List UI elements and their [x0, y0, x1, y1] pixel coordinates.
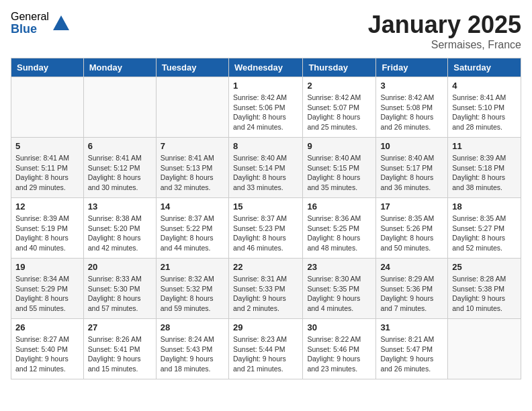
day-info: Sunrise: 8:42 AMSunset: 5:08 PMDaylight:… — [380, 93, 443, 132]
calendar-week-row: 19Sunrise: 8:34 AMSunset: 5:29 PMDayligh… — [11, 259, 521, 319]
weekday-header: Saturday — [448, 58, 521, 77]
day-info: Sunrise: 8:42 AMSunset: 5:06 PMDaylight:… — [233, 93, 298, 132]
day-info: Sunrise: 8:30 AMSunset: 5:35 PMDaylight:… — [307, 274, 371, 314]
calendar-table: SundayMondayTuesdayWednesdayThursdayFrid… — [11, 58, 521, 379]
calendar-cell: 14Sunrise: 8:37 AMSunset: 5:22 PMDayligh… — [156, 198, 228, 259]
day-info: Sunrise: 8:36 AMSunset: 5:25 PMDaylight:… — [307, 214, 371, 253]
calendar-cell: 15Sunrise: 8:37 AMSunset: 5:23 PMDayligh… — [228, 198, 302, 259]
page-header: General Blue January 2025 Sermaises, Fra… — [11, 11, 521, 51]
calendar-cell: 29Sunrise: 8:23 AMSunset: 5:44 PMDayligh… — [228, 319, 302, 379]
calendar-cell: 28Sunrise: 8:24 AMSunset: 5:43 PMDayligh… — [156, 319, 228, 379]
calendar-cell: 23Sunrise: 8:30 AMSunset: 5:35 PMDayligh… — [303, 259, 376, 319]
day-info: Sunrise: 8:35 AMSunset: 5:27 PMDaylight:… — [452, 214, 517, 253]
calendar-cell: 22Sunrise: 8:31 AMSunset: 5:33 PMDayligh… — [228, 259, 302, 319]
day-info: Sunrise: 8:23 AMSunset: 5:44 PMDaylight:… — [233, 334, 298, 374]
calendar-cell: 20Sunrise: 8:33 AMSunset: 5:30 PMDayligh… — [83, 259, 156, 319]
day-info: Sunrise: 8:41 AMSunset: 5:11 PMDaylight:… — [15, 153, 79, 193]
calendar-cell: 12Sunrise: 8:39 AMSunset: 5:19 PMDayligh… — [11, 198, 84, 259]
calendar-cell: 5Sunrise: 8:41 AMSunset: 5:11 PMDaylight… — [11, 138, 84, 198]
day-info: Sunrise: 8:41 AMSunset: 5:12 PMDaylight:… — [88, 153, 152, 193]
calendar-cell: 7Sunrise: 8:41 AMSunset: 5:13 PMDaylight… — [156, 138, 228, 198]
calendar-week-row: 5Sunrise: 8:41 AMSunset: 5:11 PMDaylight… — [11, 138, 521, 198]
day-info: Sunrise: 8:39 AMSunset: 5:18 PMDaylight:… — [452, 153, 517, 193]
day-info: Sunrise: 8:37 AMSunset: 5:23 PMDaylight:… — [233, 214, 298, 253]
weekday-header: Wednesday — [228, 58, 302, 77]
day-info: Sunrise: 8:21 AMSunset: 5:47 PMDaylight:… — [380, 334, 443, 374]
day-number: 9 — [307, 141, 371, 151]
day-number: 29 — [233, 322, 298, 332]
logo-icon — [52, 14, 71, 33]
calendar-cell: 2Sunrise: 8:42 AMSunset: 5:07 PMDaylight… — [303, 77, 376, 138]
day-number: 27 — [88, 322, 152, 332]
weekday-header: Sunday — [11, 58, 84, 77]
calendar-cell — [448, 319, 521, 379]
day-info: Sunrise: 8:42 AMSunset: 5:07 PMDaylight:… — [307, 93, 371, 132]
calendar-cell — [156, 77, 228, 138]
calendar-cell: 6Sunrise: 8:41 AMSunset: 5:12 PMDaylight… — [83, 138, 156, 198]
calendar-cell: 24Sunrise: 8:29 AMSunset: 5:36 PMDayligh… — [376, 259, 448, 319]
weekday-header: Thursday — [303, 58, 376, 77]
logo-general: General — [11, 11, 49, 23]
calendar-cell: 1Sunrise: 8:42 AMSunset: 5:06 PMDaylight… — [228, 77, 302, 138]
day-number: 19 — [15, 262, 79, 272]
day-info: Sunrise: 8:24 AMSunset: 5:43 PMDaylight:… — [161, 334, 224, 374]
day-number: 26 — [15, 322, 79, 332]
calendar-cell: 31Sunrise: 8:21 AMSunset: 5:47 PMDayligh… — [376, 319, 448, 379]
calendar-cell — [83, 77, 156, 138]
day-info: Sunrise: 8:26 AMSunset: 5:41 PMDaylight:… — [88, 334, 152, 374]
day-number: 10 — [380, 141, 443, 151]
day-info: Sunrise: 8:29 AMSunset: 5:36 PMDaylight:… — [380, 274, 443, 314]
weekday-header: Friday — [376, 58, 448, 77]
calendar-cell: 11Sunrise: 8:39 AMSunset: 5:18 PMDayligh… — [448, 138, 521, 198]
calendar-cell — [11, 77, 84, 138]
day-number: 12 — [15, 201, 79, 212]
day-number: 25 — [452, 262, 517, 272]
calendar-cell: 16Sunrise: 8:36 AMSunset: 5:25 PMDayligh… — [303, 198, 376, 259]
day-number: 23 — [307, 262, 371, 272]
day-info: Sunrise: 8:39 AMSunset: 5:19 PMDaylight:… — [15, 214, 79, 253]
calendar-cell: 18Sunrise: 8:35 AMSunset: 5:27 PMDayligh… — [448, 198, 521, 259]
day-number: 18 — [452, 201, 517, 212]
day-number: 3 — [380, 81, 443, 91]
day-number: 20 — [88, 262, 152, 272]
day-info: Sunrise: 8:35 AMSunset: 5:26 PMDaylight:… — [380, 214, 443, 253]
day-info: Sunrise: 8:40 AMSunset: 5:17 PMDaylight:… — [380, 153, 443, 193]
svg-marker-0 — [53, 15, 69, 30]
day-number: 8 — [233, 141, 298, 151]
calendar-cell: 9Sunrise: 8:40 AMSunset: 5:15 PMDaylight… — [303, 138, 376, 198]
logo: General Blue — [11, 11, 71, 36]
calendar-cell: 19Sunrise: 8:34 AMSunset: 5:29 PMDayligh… — [11, 259, 84, 319]
title-section: January 2025 Sermaises, France — [368, 11, 521, 51]
logo-blue: Blue — [11, 23, 49, 36]
day-info: Sunrise: 8:28 AMSunset: 5:38 PMDaylight:… — [452, 274, 517, 314]
day-number: 2 — [307, 81, 371, 91]
day-number: 30 — [307, 322, 371, 332]
day-number: 1 — [233, 81, 298, 91]
day-number: 22 — [233, 262, 298, 272]
calendar-week-row: 1Sunrise: 8:42 AMSunset: 5:06 PMDaylight… — [11, 77, 521, 138]
day-number: 24 — [380, 262, 443, 272]
calendar-cell: 21Sunrise: 8:32 AMSunset: 5:32 PMDayligh… — [156, 259, 228, 319]
day-info: Sunrise: 8:32 AMSunset: 5:32 PMDaylight:… — [161, 274, 224, 314]
weekday-header: Monday — [83, 58, 156, 77]
day-info: Sunrise: 8:40 AMSunset: 5:14 PMDaylight:… — [233, 153, 298, 193]
weekday-header: Tuesday — [156, 58, 228, 77]
calendar-cell: 25Sunrise: 8:28 AMSunset: 5:38 PMDayligh… — [448, 259, 521, 319]
day-number: 7 — [161, 141, 224, 151]
day-info: Sunrise: 8:33 AMSunset: 5:30 PMDaylight:… — [88, 274, 152, 314]
calendar-cell: 30Sunrise: 8:22 AMSunset: 5:46 PMDayligh… — [303, 319, 376, 379]
month-title: January 2025 — [368, 11, 521, 39]
calendar-cell: 17Sunrise: 8:35 AMSunset: 5:26 PMDayligh… — [376, 198, 448, 259]
day-number: 14 — [161, 201, 224, 212]
calendar-cell: 10Sunrise: 8:40 AMSunset: 5:17 PMDayligh… — [376, 138, 448, 198]
day-number: 4 — [452, 81, 517, 91]
day-info: Sunrise: 8:41 AMSunset: 5:13 PMDaylight:… — [161, 153, 224, 193]
day-info: Sunrise: 8:37 AMSunset: 5:22 PMDaylight:… — [161, 214, 224, 253]
day-number: 28 — [161, 322, 224, 332]
day-number: 16 — [307, 201, 371, 212]
calendar-cell: 8Sunrise: 8:40 AMSunset: 5:14 PMDaylight… — [228, 138, 302, 198]
calendar-cell: 26Sunrise: 8:27 AMSunset: 5:40 PMDayligh… — [11, 319, 84, 379]
day-number: 5 — [15, 141, 79, 151]
day-number: 31 — [380, 322, 443, 332]
calendar-cell: 13Sunrise: 8:38 AMSunset: 5:20 PMDayligh… — [83, 198, 156, 259]
